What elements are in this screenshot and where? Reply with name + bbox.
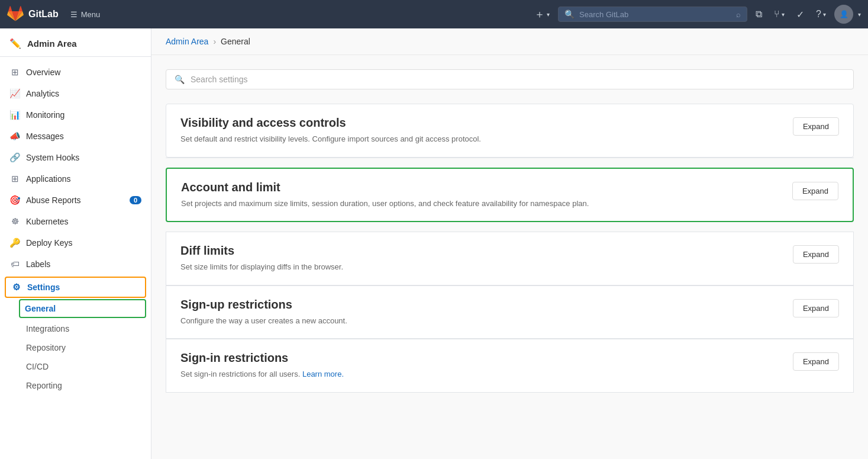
user-avatar-button[interactable]: 👤 (834, 5, 853, 24)
sidebar-item-analytics-label: Analytics (26, 89, 59, 98)
help-button[interactable]: ? ▾ (812, 5, 830, 23)
expand-signup-button[interactable]: Expand (793, 299, 839, 317)
sidebar-subitem-general[interactable]: General (19, 299, 146, 318)
section-visibility-info: Visibility and access controls Set defau… (180, 116, 783, 145)
section-account-header: Account and limit Set projects and maxim… (167, 169, 853, 222)
breadcrumb-parent-link[interactable]: Admin Area (166, 37, 208, 46)
sidebar-item-settings[interactable]: ⚙ Settings (5, 277, 146, 298)
sidebar-subitem-general-label: General (25, 304, 56, 313)
section-account-info: Account and limit Set projects and maxim… (181, 181, 783, 210)
breadcrumb: Admin Area › General (151, 28, 868, 55)
top-navbar: GitLab ☰ Menu ＋ ▾ 🔍 ⌕ ⧉ ⑂ ▾ ✓ ? ▾ 👤 (0, 0, 868, 28)
deploy-keys-icon: 🔑 (9, 237, 20, 248)
system-hooks-icon: 🔗 (9, 152, 20, 163)
section-diff-limits: Diff limits Set size limits for displayi… (166, 232, 854, 285)
section-signup-desc: Configure the way a user creates a new a… (180, 315, 783, 327)
sidebar-subitem-repository-label: Repository (26, 343, 66, 352)
hamburger-icon: ☰ (70, 10, 78, 19)
sidebar-item-monitoring[interactable]: 📊 Monitoring (0, 104, 151, 126)
expand-signin-button[interactable]: Expand (793, 352, 839, 371)
search-submit-icon[interactable]: ⌕ (736, 10, 741, 19)
section-signin-title: Sign-in restrictions (180, 351, 783, 365)
content-area: 🔍 Visibility and access controls Set def… (151, 55, 868, 407)
signin-learn-more-link[interactable]: Learn more. (302, 370, 344, 378)
copy-icon: ⧉ (756, 9, 762, 20)
sidebar-item-deploy-keys[interactable]: 🔑 Deploy Keys (0, 232, 151, 253)
messages-icon: 📣 (9, 131, 20, 142)
section-diff-title: Diff limits (180, 244, 783, 258)
section-visibility-access: Visibility and access controls Set defau… (166, 104, 854, 158)
section-signup-header: Sign-up restrictions Configure the way a… (166, 286, 853, 339)
sidebar-item-settings-label: Settings (27, 283, 60, 292)
copy-icon-button[interactable]: ⧉ (752, 5, 766, 23)
sidebar-subitem-cicd-label: CI/CD (26, 362, 49, 371)
expand-visibility-button[interactable]: Expand (793, 117, 839, 136)
sidebar-item-applications-label: Applications (26, 174, 71, 184)
gitlab-logo-icon (7, 6, 24, 23)
admin-icon: ✏️ (9, 38, 21, 49)
expand-account-button[interactable]: Expand (792, 182, 838, 200)
search-settings-bar[interactable]: 🔍 (166, 69, 854, 89)
user-chevron-icon: ▾ (858, 11, 861, 18)
search-settings-input[interactable] (191, 75, 845, 84)
sidebar-item-kubernetes-label: Kubernetes (26, 217, 69, 226)
applications-icon: ⊞ (9, 174, 20, 184)
section-account-title: Account and limit (181, 181, 783, 194)
main-content: Admin Area › General 🔍 Visibility and ac… (151, 28, 868, 459)
merge-request-button[interactable]: ⑂ ▾ (770, 5, 788, 23)
sidebar-item-system-hooks-label: System Hooks (26, 153, 79, 162)
section-diff-desc: Set size limits for displaying diffs in … (180, 261, 783, 273)
section-signin-restrictions: Sign-in restrictions Set sign-in restric… (166, 339, 854, 393)
sidebar-subitem-reporting[interactable]: Reporting (0, 376, 151, 395)
sidebar-title: Admin Area (27, 38, 77, 49)
todo-button[interactable]: ✓ (793, 5, 808, 24)
mr-chevron-icon: ▾ (782, 11, 785, 18)
brand[interactable]: GitLab (7, 6, 59, 23)
search-icon: 🔍 (564, 9, 575, 19)
settings-icon: ⚙ (11, 282, 21, 293)
sidebar-item-kubernetes[interactable]: ☸ Kubernetes (0, 211, 151, 232)
avatar-icon: 👤 (840, 10, 848, 18)
section-signin-info: Sign-in restrictions Set sign-in restric… (180, 351, 783, 380)
sidebar-item-messages-label: Messages (26, 131, 64, 141)
section-signup-info: Sign-up restrictions Configure the way a… (180, 298, 783, 327)
sidebar-item-messages[interactable]: 📣 Messages (0, 126, 151, 147)
sidebar-item-system-hooks[interactable]: 🔗 System Hooks (0, 147, 151, 168)
merge-request-icon: ⑂ (774, 9, 780, 20)
section-signup-restrictions: Sign-up restrictions Configure the way a… (166, 286, 854, 339)
section-diff-info: Diff limits Set size limits for displayi… (180, 244, 783, 273)
sidebar-item-abuse-reports[interactable]: 🎯 Abuse Reports 0 (0, 190, 151, 211)
sidebar-item-deploy-keys-label: Deploy Keys (26, 238, 73, 248)
search-bar[interactable]: 🔍 ⌕ (558, 7, 747, 22)
section-account-desc: Set projects and maximum size limits, se… (181, 198, 783, 210)
section-visibility-header: Visibility and access controls Set defau… (166, 104, 853, 157)
search-settings-icon: 🔍 (175, 75, 185, 84)
sidebar: ✏️ Admin Area ⊞ Overview 📈 Analytics 📊 M… (0, 28, 151, 459)
help-icon: ? (816, 9, 821, 20)
sidebar-item-abuse-reports-label: Abuse Reports (26, 195, 81, 205)
section-signup-title: Sign-up restrictions (180, 298, 783, 312)
sidebar-subitem-repository[interactable]: Repository (0, 338, 151, 357)
sidebar-item-labels[interactable]: 🏷 Labels (0, 253, 151, 274)
sidebar-item-analytics[interactable]: 📈 Analytics (0, 83, 151, 104)
sidebar-subitem-integrations-label: Integrations (26, 324, 69, 333)
brand-name: GitLab (28, 9, 59, 20)
sidebar-subitem-cicd[interactable]: CI/CD (0, 357, 151, 376)
sidebar-header: ✏️ Admin Area (0, 28, 151, 57)
menu-button[interactable]: ☰ Menu (66, 8, 105, 21)
expand-diff-button[interactable]: Expand (793, 245, 839, 264)
todo-icon: ✓ (796, 9, 804, 20)
plus-button[interactable]: ＋ ▾ (531, 4, 553, 25)
section-diff-header: Diff limits Set size limits for displayi… (166, 232, 853, 285)
search-input[interactable] (579, 10, 731, 19)
overview-icon: ⊞ (9, 67, 20, 78)
sidebar-item-applications[interactable]: ⊞ Applications (0, 168, 151, 190)
section-visibility-title: Visibility and access controls (180, 116, 783, 130)
menu-label: Menu (81, 10, 101, 19)
help-chevron-icon: ▾ (823, 11, 826, 18)
breadcrumb-separator: › (213, 37, 216, 46)
analytics-icon: 📈 (9, 88, 20, 99)
sidebar-subitem-integrations[interactable]: Integrations (0, 319, 151, 338)
sidebar-item-overview[interactable]: ⊞ Overview (0, 62, 151, 83)
labels-icon: 🏷 (9, 259, 20, 269)
